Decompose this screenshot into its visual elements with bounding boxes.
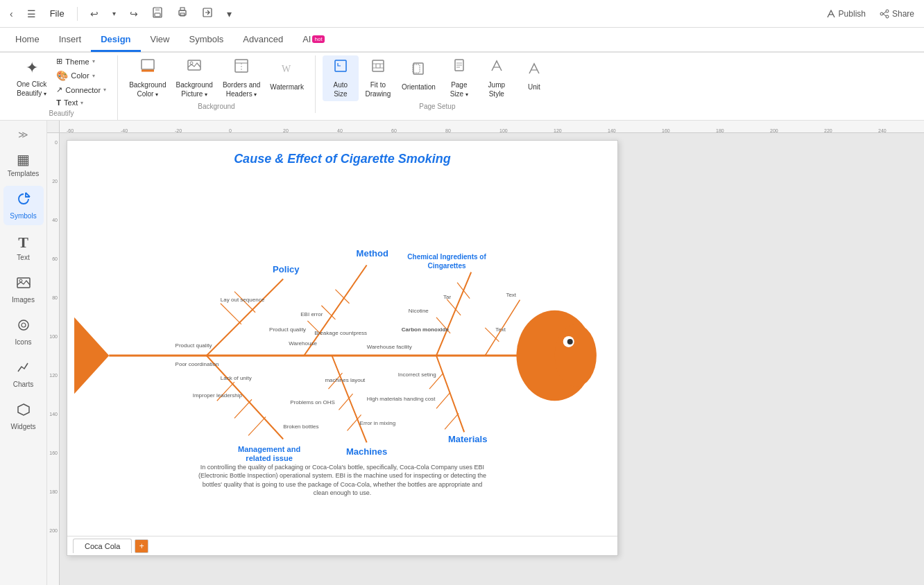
ribbon-group-beautify: ✦ One ClickBeautify ▾ ⊞ Theme ▾ 🎨 Color … (6, 55, 118, 120)
sidebar-item-symbols[interactable]: Symbols (3, 186, 44, 225)
svg-text:Cingarettes: Cingarettes (428, 262, 467, 270)
bg-color-button[interactable]: BackgroundColor ▾ (125, 55, 170, 101)
svg-line-60 (332, 356, 366, 442)
hamburger-button[interactable]: ☰ (23, 6, 40, 22)
svg-rect-1 (155, 8, 160, 11)
svg-point-9 (880, 12, 883, 15)
svg-text:Product quality: Product quality (269, 326, 306, 333)
charts-icon (16, 360, 31, 378)
sidebar-item-images[interactable]: Images (3, 270, 44, 309)
publish-button[interactable]: Publish (822, 6, 870, 21)
canvas-tab-cocacola[interactable]: Coca Cola (73, 539, 132, 553)
bg-picture-button[interactable]: BackgroundPicture ▾ (172, 55, 217, 101)
ruler-row: .h-ruler-content { position:relative; he… (47, 121, 924, 133)
v-ruler-content: document.addEventListener('DOMContentLoa… (47, 133, 59, 585)
print-button[interactable] (173, 4, 192, 24)
background-items: BackgroundColor ▾ BackgroundPicture ▾ Bo… (125, 55, 308, 101)
svg-line-56 (234, 399, 252, 418)
orientation-button[interactable]: Orientation (397, 55, 440, 97)
page-setup-group-label: Page Setup (323, 101, 552, 110)
h-ruler-tick: -60 (67, 128, 74, 133)
tab-view[interactable]: View (141, 28, 180, 52)
connector-icon: ↗ (56, 85, 62, 94)
borders-headers-button[interactable]: Borders andHeaders ▾ (219, 55, 264, 101)
sidebar-item-text[interactable]: T Text (3, 228, 44, 267)
canvas-tab-bar: Coca Cola + (67, 536, 617, 555)
svg-line-37 (207, 279, 283, 356)
canvas-row: document.addEventListener('DOMContentLoa… (47, 133, 924, 585)
tab-ai[interactable]: AI hot (293, 28, 334, 52)
tab-advanced[interactable]: Advanced (233, 28, 293, 52)
ai-badge: hot (312, 35, 324, 43)
add-tab-button[interactable]: + (135, 539, 148, 553)
svg-point-8 (886, 15, 889, 18)
file-menu-button[interactable]: File (46, 6, 69, 21)
templates-icon: ▦ (17, 151, 30, 168)
h-ruler-content: .h-ruler-content { position:relative; he… (60, 121, 924, 133)
color-button[interactable]: 🎨 Color ▾ (52, 69, 110, 82)
beautify-icon: ✦ (26, 58, 38, 78)
ribbon-group-page-setup: AutoSize Fit toDrawing Orientation (316, 55, 559, 113)
v-ruler-tick: 160 (49, 451, 59, 455)
beautify-items: ✦ One ClickBeautify ▾ ⊞ Theme ▾ 🎨 Color … (12, 55, 110, 108)
tab-symbols[interactable]: Symbols (180, 28, 234, 52)
connector-label: Connector (65, 86, 101, 94)
tab-design[interactable]: Design (91, 28, 140, 52)
unit-label: Unit (528, 82, 540, 91)
one-click-beautify-button[interactable]: ✦ One ClickBeautify ▾ (12, 55, 51, 101)
share-button[interactable]: Share (875, 6, 918, 21)
svg-text:Machines: Machines (346, 446, 387, 457)
redo-button[interactable]: ↪ (126, 6, 142, 22)
svg-text:Warehouse facility: Warehouse facility (367, 344, 412, 350)
sidebar-item-widgets[interactable]: Widgets (3, 396, 44, 436)
images-label: Images (12, 296, 35, 304)
watermark-button[interactable]: W Watermark (266, 55, 308, 97)
tab-home[interactable]: Home (6, 28, 49, 52)
unit-icon (527, 61, 542, 82)
bg-color-icon (140, 58, 155, 79)
jump-style-button[interactable]: JumpStyle (479, 55, 515, 101)
watermark-icon: W (280, 61, 295, 82)
text-label: Text (17, 254, 29, 261)
h-ruler-tick: 0 (229, 128, 232, 133)
jump-style-label: JumpStyle (488, 80, 505, 98)
h-ruler-tick: 120 (554, 128, 562, 133)
tab-insert[interactable]: Insert (49, 28, 92, 52)
theme-button[interactable]: ⊞ Theme ▾ (52, 55, 110, 67)
svg-line-10 (883, 12, 886, 14)
theme-label: Theme (65, 58, 89, 66)
background-wrap: BackgroundColor ▾ BackgroundPicture ▾ Bo… (125, 55, 308, 110)
unit-button[interactable]: Unit (516, 55, 552, 97)
sidebar-item-templates[interactable]: ▦ Templates (3, 146, 44, 183)
page-setup-wrap: AutoSize Fit toDrawing Orientation (323, 55, 552, 110)
back-button[interactable]: ‹ (6, 6, 17, 22)
background-group-label: Background (125, 101, 308, 110)
svg-text:High materials handing cost: High materials handing cost (367, 396, 436, 402)
save-button[interactable] (148, 4, 167, 24)
orientation-icon (411, 61, 426, 82)
svg-rect-12 (142, 60, 154, 69)
sidebar-expand-button[interactable]: ≫ (15, 126, 31, 143)
color-label: Color (71, 71, 89, 80)
svg-text:Lack of unity: Lack of unity (221, 375, 252, 381)
text-button[interactable]: T Text ▾ (52, 97, 110, 108)
connector-button[interactable]: ↗ Connector ▾ (52, 84, 110, 96)
svg-text:Text: Text (506, 292, 516, 298)
svg-text:Broken bottles: Broken bottles (283, 424, 318, 430)
charts-label: Charts (13, 381, 33, 388)
export-button[interactable] (198, 4, 217, 24)
fit-to-drawing-button[interactable]: Fit toDrawing (360, 55, 396, 101)
page-size-button[interactable]: PageSize ▾ (441, 55, 477, 101)
undo-button[interactable]: ↩ (86, 6, 103, 22)
h-ruler-tick: 140 (608, 128, 616, 133)
canvas-scroll[interactable]: Cause & Effect of Cigarette Smoking (60, 133, 924, 585)
sidebar-item-icons[interactable]: Icons (3, 312, 44, 351)
auto-size-button[interactable]: AutoSize (323, 55, 359, 101)
h-ruler-tick: 200 (770, 128, 778, 133)
sidebar-item-charts[interactable]: Charts (3, 354, 44, 394)
more-button[interactable]: ▾ (223, 6, 236, 22)
undo-dropdown[interactable]: ▾ (108, 7, 120, 20)
svg-line-57 (248, 417, 266, 435)
diagram-title: Cause & Effect of Cigarette Smoking (67, 141, 617, 172)
v-ruler-tick: 20 (52, 179, 59, 184)
